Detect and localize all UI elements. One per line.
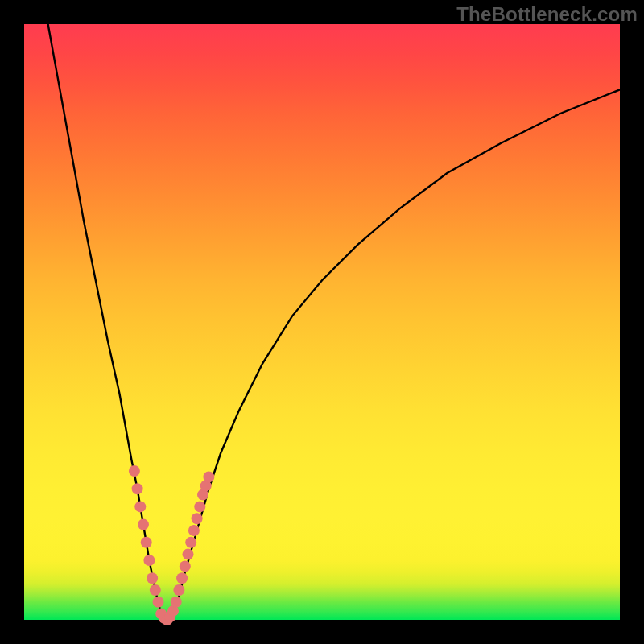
curve-marker (194, 501, 205, 512)
curve-marker (150, 584, 161, 596)
plot-area (24, 24, 620, 620)
marker-group (129, 465, 215, 625)
curve-marker (138, 519, 149, 530)
curve-marker (141, 537, 152, 548)
curve-marker (132, 483, 143, 494)
curve-marker (147, 572, 158, 584)
curve-marker (153, 597, 164, 608)
curve-marker (173, 584, 184, 596)
curve-marker (185, 537, 196, 548)
curve-marker (134, 501, 146, 512)
curve-marker (188, 525, 200, 536)
curve-marker (176, 572, 188, 584)
bottleneck-curve-path (48, 24, 620, 620)
curve-marker (171, 597, 182, 608)
watermark-text: TheBottleneck.com (456, 3, 638, 26)
curve-svg (24, 24, 620, 620)
curve-marker (143, 555, 155, 566)
chart-canvas: TheBottleneck.com (0, 0, 644, 644)
curve-marker (129, 465, 140, 477)
curve-marker (203, 471, 214, 482)
curve-marker (192, 513, 203, 524)
curve-marker (180, 560, 191, 572)
curve-marker (183, 549, 194, 560)
